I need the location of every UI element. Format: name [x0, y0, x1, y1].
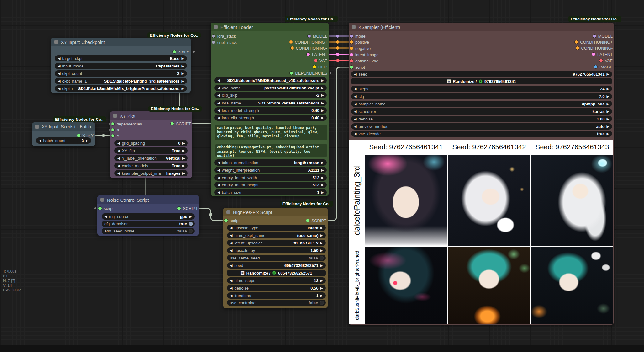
decrement-arrow-icon[interactable]	[217, 189, 220, 195]
decrement-arrow-icon[interactable]	[217, 85, 220, 91]
widget-empty-latent-height[interactable]: empty_latent_height 512	[214, 182, 327, 188]
widget-seed[interactable]: seed 605473268262571	[227, 262, 326, 269]
collapse-icon[interactable]	[226, 210, 230, 214]
decrement-arrow-icon[interactable]	[354, 86, 356, 92]
node-xy-plot[interactable]: XY Plot dependencies X Y SCRIPT grid_spa…	[110, 111, 192, 178]
increment-arrow-icon[interactable]	[182, 85, 184, 92]
decrement-arrow-icon[interactable]	[117, 170, 120, 176]
output-slot-dot[interactable]	[594, 65, 597, 68]
increment-arrow-icon[interactable]	[182, 163, 185, 169]
output-slot-dot[interactable]	[592, 53, 595, 56]
output-slot-dot[interactable]	[308, 35, 311, 38]
increment-arrow-icon[interactable]	[321, 85, 324, 91]
node-title[interactable]: XY Input: Seeds++ Batch	[32, 122, 95, 131]
increment-arrow-icon[interactable]	[607, 86, 609, 92]
input-slot-dot[interactable]	[212, 35, 215, 38]
decrement-arrow-icon[interactable]	[217, 174, 220, 181]
increment-arrow-icon[interactable]	[320, 262, 323, 269]
input-slot-dot[interactable]	[111, 134, 114, 137]
collapse-icon[interactable]	[35, 125, 39, 129]
input-slot-negative[interactable]: negative	[350, 45, 371, 51]
input-slot-dependencies[interactable]: dependencies	[111, 121, 142, 127]
decrement-arrow-icon[interactable]	[104, 213, 107, 220]
input-slot-dot[interactable]	[350, 53, 353, 56]
widget-vae-name[interactable]: vae_name pastel-waifu-diffusion.vae.pt	[214, 85, 327, 91]
widget-lora-clip-strength[interactable]: lora_clip_strength 0.40	[214, 115, 327, 121]
node-title[interactable]: XY Input: Checkpoint	[51, 38, 191, 46]
node-highres-fix-script[interactable]: HighRes-Fix Script script SCRIPT upscale…	[223, 208, 328, 308]
toggle-knob[interactable]	[320, 301, 324, 305]
input-slot-dot[interactable]	[350, 47, 353, 50]
decrement-arrow-icon[interactable]	[117, 140, 120, 146]
widget-lora-model-strength[interactable]: lora_model_strength 0.40	[214, 107, 327, 114]
increment-arrow-icon[interactable]	[321, 174, 324, 181]
widget-cfg[interactable]: cfg 7.0	[351, 93, 612, 99]
input-slot-dot[interactable]	[98, 207, 102, 210]
input-slot-lora-stack[interactable]: lora_stack	[212, 33, 236, 39]
positive-prompt-textarea[interactable]: masterpiece, best quality, haunted theme…	[215, 125, 327, 140]
collapse-icon[interactable]	[100, 198, 104, 202]
decrement-arrow-icon[interactable]	[230, 262, 232, 269]
increment-arrow-icon[interactable]	[320, 247, 323, 253]
widget-ckpt-name[interactable]: ckpt_name SD1.5\bluemixTMNDEnhanced_v10.…	[214, 77, 327, 83]
node-title[interactable]: Noise Control Script	[97, 195, 199, 204]
output-slot-dot[interactable]	[171, 122, 174, 125]
input-slot-dot[interactable]	[350, 35, 353, 38]
output-slot-dot[interactable]	[576, 46, 579, 50]
widget-steps[interactable]: steps 24	[351, 86, 612, 92]
output-slot-dot[interactable]	[313, 65, 316, 68]
widget-add-seed-noise[interactable]: add_seed_noise false	[102, 228, 195, 234]
collapse-icon[interactable]	[214, 25, 218, 29]
input-slot-dot[interactable]	[350, 40, 353, 44]
increment-arrow-icon[interactable]	[182, 55, 184, 61]
input-slot-dot[interactable]	[350, 59, 353, 62]
widget-clip-skip[interactable]: clip_skip -2	[214, 92, 327, 98]
input-slot-positive[interactable]: positive	[350, 39, 369, 45]
widget-cache-models[interactable]: cache_models True	[114, 163, 188, 169]
decrement-arrow-icon[interactable]	[230, 277, 232, 284]
decrement-arrow-icon[interactable]	[217, 159, 220, 166]
output-slot-latent[interactable]: LATENT	[307, 51, 327, 57]
output-slot-conditioning-plus[interactable]: CONDITIONING+	[289, 39, 327, 45]
node-title[interactable]: KSampler (Efficient)	[349, 23, 614, 31]
input-slot-dot[interactable]	[350, 66, 353, 69]
toggle-knob[interactable]	[189, 222, 193, 226]
decrement-arrow-icon[interactable]	[217, 107, 220, 114]
output-slot-conditioning-plus[interactable]: CONDITIONING+	[575, 39, 613, 45]
widget-hires-ckpt-name[interactable]: hires_ckpt_name (use same)	[227, 232, 326, 238]
increment-arrow-icon[interactable]	[607, 108, 609, 115]
widget-preview-method[interactable]: preview_method auto	[351, 123, 612, 130]
node-title[interactable]: Efficient Loader	[211, 23, 329, 31]
decrement-arrow-icon[interactable]	[354, 116, 356, 122]
widget-y-label-orientation[interactable]: Y_label_orientation Vertical	[114, 155, 188, 161]
decrement-arrow-icon[interactable]	[354, 108, 356, 115]
increment-arrow-icon[interactable]	[320, 225, 323, 231]
widget-hires-steps[interactable]: hires_steps 12	[227, 277, 326, 284]
node-noise-control-script[interactable]: Noise Control Script script SCRIPT rng_s…	[97, 195, 199, 236]
output-slot-dot[interactable]	[307, 53, 310, 56]
output-slot-vae[interactable]: VAE	[599, 58, 613, 63]
widget-xy-flip[interactable]: XY_flip True	[114, 147, 188, 154]
increment-arrow-icon[interactable]	[182, 147, 185, 154]
decrement-arrow-icon[interactable]	[58, 55, 60, 61]
output-slot-script[interactable]: SCRIPT	[306, 218, 326, 223]
decrement-arrow-icon[interactable]	[354, 123, 356, 130]
increment-arrow-icon[interactable]	[321, 77, 324, 83]
input-slot-cnet-stack[interactable]: cnet_stack	[212, 40, 237, 45]
output-slot-dot[interactable]	[77, 134, 80, 137]
decrement-arrow-icon[interactable]	[217, 77, 220, 83]
output-slot-clip[interactable]: CLIP	[313, 64, 327, 70]
decrement-arrow-icon[interactable]	[217, 182, 220, 188]
output-slot-dot[interactable]	[290, 72, 293, 75]
output-slot-script[interactable]: SCRIPT	[171, 121, 191, 126]
collapse-icon[interactable]	[352, 25, 356, 29]
widget-use-controlnet[interactable]: use_controlnet false	[227, 300, 326, 306]
decrement-arrow-icon[interactable]	[354, 93, 356, 99]
increment-arrow-icon[interactable]	[607, 116, 609, 122]
increment-arrow-icon[interactable]	[182, 140, 185, 146]
input-slot-optional-vae[interactable]: optional_vae	[350, 58, 378, 64]
widget-token-normalization[interactable]: token_normalization length+mean	[214, 159, 327, 166]
widget-lora-name[interactable]: lora_name SD1.5\more_details.safetensors	[214, 100, 327, 106]
increment-arrow-icon[interactable]	[321, 100, 324, 106]
input-slot-latent-image[interactable]: latent_image	[350, 52, 378, 57]
